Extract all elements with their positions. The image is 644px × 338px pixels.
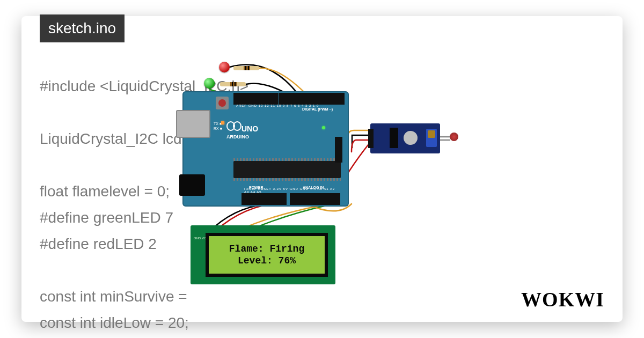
header-top-right [279,93,345,105]
lcd-line-2: Level: 76% [238,255,296,267]
preview-card: sketch.ino #include <LiquidCrystal_I2C.h… [21,16,623,322]
digital-label: DIGITAL (PWM ~) [302,107,333,111]
sensor-trimmer[interactable] [426,129,437,147]
ldr-leads [442,136,450,137]
file-tab[interactable]: sketch.ino [40,14,125,42]
power-label: POWER [249,186,263,189]
atmega-chip [233,161,341,178]
header-top-left [233,93,279,105]
board-name: UNO [241,124,258,133]
flame-sensor-module[interactable] [370,123,440,153]
power-jack [179,174,205,196]
led-green [204,78,215,89]
flame-sensor-diode [450,133,458,141]
wokwi-logo: WOKWI [521,288,604,311]
icsp-header [335,137,342,163]
circuit-diagram: AREF GND 13 12 11 10 9 8 7 6 5 4 3 2 1 0… [140,62,472,287]
sensor-potentiometer[interactable] [404,131,418,145]
board-brand: ARDUINO [226,134,249,139]
arduino-uno[interactable]: AREF GND 13 12 11 10 9 8 7 6 5 4 3 2 1 0… [182,91,349,207]
reset-button[interactable] [216,97,229,109]
power-led-icon [322,126,325,129]
header-bot-left [241,193,287,205]
header-bot-right [290,193,340,205]
analog-label: ANALOG IN [303,186,324,189]
sensor-ic [390,128,398,148]
lcd-screen: Flame: Firing Level: 76% [206,233,328,277]
sensor-pins [368,129,374,148]
led-red [219,62,230,72]
resistor-1 [233,66,259,70]
resistor-2 [220,82,246,86]
lcd-1602[interactable]: GND VCC SDA SCL Flame: Firing Level: 76% [191,225,335,284]
tx-led-icon [221,121,224,124]
arduino-logo-icon [226,121,241,132]
usb-port [176,110,210,138]
lcd-line-1: Flame: Firing [229,243,304,255]
